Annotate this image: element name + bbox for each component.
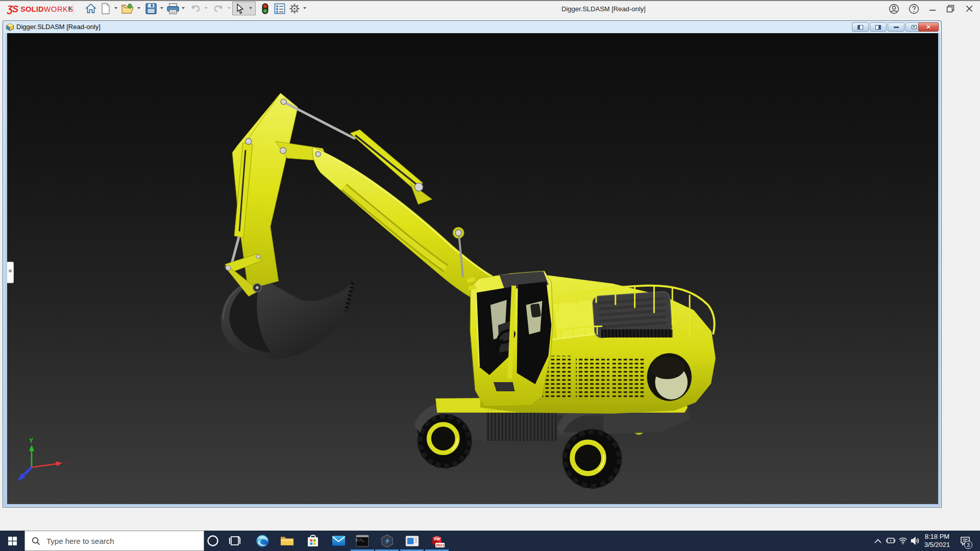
sw-icon-label: SW [434,537,440,541]
clock-date: 3/5/2021 [916,541,959,549]
hexagon-tool-icon[interactable] [375,531,399,551]
redo-caret[interactable] [228,7,231,9]
undo-button[interactable] [189,2,202,15]
undo-caret[interactable] [205,7,208,9]
open-caret[interactable] [137,7,140,9]
settings-gear-icon[interactable] [288,2,301,15]
solidworks-taskbar-icon[interactable]: SW 2021 [425,531,449,551]
property-manager-icon[interactable] [273,2,286,15]
select-tool-button[interactable] [232,2,256,15]
rebuild-traffic-light-icon[interactable] [258,2,272,15]
new-document-button[interactable] [99,2,112,15]
orientation-triad: Y X [12,420,74,487]
view-orientation-label: *Dimetric [13,493,46,501]
document-window: Digger.SLDASM [Read-only] ✕ [3,20,942,508]
sw-icon-year: 2021 [435,543,445,547]
notification-badge[interactable]: 3 [964,541,972,549]
triad-y-label: Y [29,437,33,444]
pane-toggle-left-button[interactable] [852,22,869,32]
mail-icon[interactable] [327,531,350,551]
print-caret[interactable] [182,7,185,9]
new-document-caret[interactable] [114,7,117,9]
triad-x-label: X [65,460,69,466]
edge-browser-icon[interactable] [251,531,274,551]
assembly-icon [6,23,14,31]
taskbar-clock[interactable]: 8:18 PM 3/5/2021 [916,533,959,549]
settings-caret[interactable] [303,7,306,9]
graphics-viewport[interactable]: Y X *Dimetric [5,33,940,506]
print-button[interactable] [166,2,180,15]
document-titlebar[interactable]: Digger.SLDASM [Read-only] ✕ [3,21,941,33]
feature-tree-collapsed-tab[interactable] [7,262,14,283]
doc-minimize-button[interactable] [888,22,904,32]
taskbar: C:\_ SW 2021 8:18 PM 3/5/2021 [0,531,980,551]
save-button[interactable] [144,2,158,15]
microsoft-store-icon[interactable] [301,531,325,551]
task-view-icon[interactable] [223,531,247,551]
select-tool-caret[interactable] [249,7,252,9]
command-prompt-icon[interactable]: C:\_ [351,531,374,551]
taskbar-search[interactable] [24,531,204,551]
excavator-cab[interactable] [467,271,553,407]
excavator-bucket[interactable] [221,278,353,359]
window-app-icon[interactable] [400,531,424,551]
redo-button[interactable] [212,2,225,15]
tab-handle-dot [9,269,12,272]
start-button[interactable] [0,531,24,551]
doc-close-button[interactable]: ✕ [918,22,939,32]
wifi-icon[interactable] [897,531,909,551]
toolbar-separator [73,4,74,14]
open-button[interactable] [121,2,134,15]
app-titlebar: ƷS SOLID WORKS Digger.SLDA [0,0,980,15]
search-icon [32,537,40,545]
minimize-button[interactable] [925,2,940,16]
home-button[interactable] [84,2,97,15]
terminal-prompt-text: C:\_ [356,538,364,542]
app-window-title: Digger.SLDASM [Read-only] [561,1,646,16]
restore-button[interactable] [943,2,958,16]
pane-toggle-right-button[interactable] [870,22,887,32]
help-icon[interactable] [906,2,921,16]
save-caret[interactable] [160,7,163,9]
cortana-icon[interactable] [201,531,225,551]
rear-wheel[interactable] [562,430,621,488]
solidworks-logo-mark: ƷS [7,4,18,15]
clock-time: 8:18 PM [916,533,959,541]
account-icon[interactable] [886,2,901,16]
wireless-display-icon[interactable] [885,531,896,551]
excavator-model[interactable] [7,33,938,504]
file-explorer-icon[interactable] [275,531,299,551]
search-input[interactable] [45,536,188,546]
close-button[interactable] [962,2,977,16]
menu-expand-arrow-icon[interactable] [63,2,77,15]
document-title: Digger.SLDASM [Read-only] [16,23,101,31]
tray-chevron-icon[interactable] [873,531,883,551]
